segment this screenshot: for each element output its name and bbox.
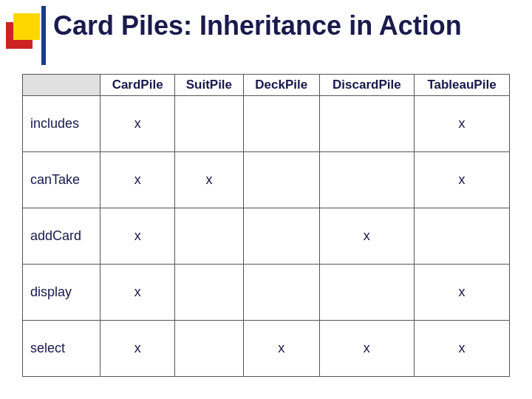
header-deckpile: DeckPile: [243, 75, 319, 96]
header-discardpile: DiscardPile: [319, 75, 414, 96]
cell-addcard-col4: x: [319, 208, 414, 265]
row-label-addcard: addCard: [23, 208, 100, 265]
deco-yellow-square: [13, 13, 40, 40]
cell-display-col4: [319, 265, 414, 321]
cell-cantake-col4: [319, 152, 414, 208]
table-container: CardPile SuitPile DeckPile DiscardPile T…: [22, 74, 510, 377]
row-label-select: select: [23, 321, 100, 377]
cell-includes-col2: [174, 96, 243, 152]
cell-select-col2: [174, 321, 243, 377]
cell-cantake-col3: [243, 152, 319, 208]
header-tableaupile: TableauPile: [414, 75, 509, 96]
cell-select-col4: x: [319, 321, 414, 377]
header-suitpile: SuitPile: [174, 75, 243, 96]
table-row: canTakexxx: [23, 152, 510, 208]
cell-display-col1: x: [100, 265, 175, 321]
cell-select-col1: x: [100, 321, 175, 377]
cell-display-col3: [243, 265, 319, 321]
row-label-display: display: [23, 265, 100, 321]
table-row: selectxxxx: [23, 321, 510, 377]
cell-display-col5: x: [414, 265, 509, 321]
table-row: includesxx: [23, 96, 510, 152]
cell-includes-col1: x: [100, 96, 175, 152]
decoration: [6, 6, 50, 50]
cell-includes-col5: x: [414, 96, 509, 152]
cell-select-col5: x: [414, 321, 509, 377]
header-cardpile: CardPile: [100, 75, 175, 96]
page-title: Card Piles: Inheritance in Action: [53, 10, 525, 41]
cell-display-col2: [174, 265, 243, 321]
title-area: Card Piles: Inheritance in Action: [53, 10, 525, 41]
inheritance-table: CardPile SuitPile DeckPile DiscardPile T…: [22, 74, 510, 377]
table-row: displayxx: [23, 265, 510, 321]
cell-addcard-col5: [414, 208, 509, 265]
cell-addcard-col3: [243, 208, 319, 265]
cell-addcard-col1: x: [100, 208, 175, 265]
cell-cantake-col2: x: [174, 152, 243, 208]
cell-includes-col4: [319, 96, 414, 152]
table-row: addCardxx: [23, 208, 510, 265]
cell-select-col3: x: [243, 321, 319, 377]
cell-cantake-col5: x: [414, 152, 509, 208]
cell-includes-col3: [243, 96, 319, 152]
row-label-cantake: canTake: [23, 152, 100, 208]
header-empty: [23, 75, 100, 96]
cell-addcard-col2: [174, 208, 243, 265]
table-header-row: CardPile SuitPile DeckPile DiscardPile T…: [23, 75, 510, 96]
deco-blue-line: [41, 6, 46, 65]
row-label-includes: includes: [23, 96, 100, 152]
cell-cantake-col1: x: [100, 152, 175, 208]
